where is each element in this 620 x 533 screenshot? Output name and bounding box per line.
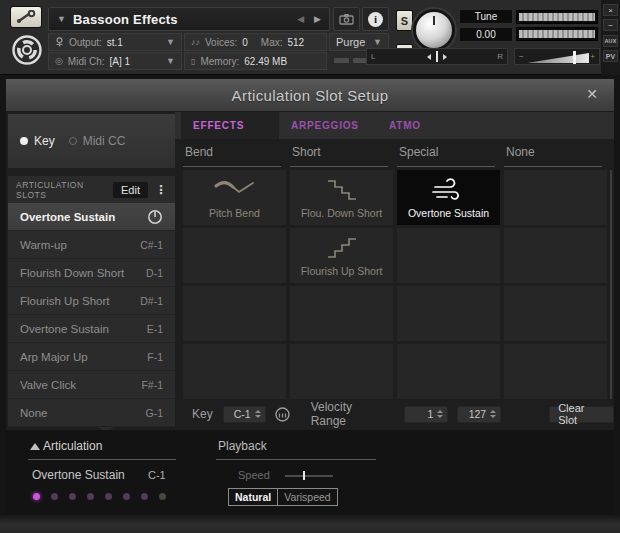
instrument-title-bar[interactable]: ▼ Bassoon Effects ◀ ▶ xyxy=(48,7,330,31)
pan-center-marker xyxy=(436,51,438,62)
volume-handle[interactable] xyxy=(573,51,576,64)
chevron-down-icon[interactable]: ▼ xyxy=(57,14,66,24)
midi-label: Midi Ch: xyxy=(68,56,105,67)
slot-dot[interactable] xyxy=(87,493,94,500)
slot-dot[interactable] xyxy=(69,493,76,500)
midi-value: [A] 1 xyxy=(110,56,131,67)
slot-dot[interactable] xyxy=(105,493,112,500)
articulation-cell-flou-down-short[interactable]: Flou. Down Short xyxy=(290,170,393,225)
clear-slot-button[interactable]: Clear Slot xyxy=(549,406,614,423)
slot-dot[interactable] xyxy=(141,493,148,500)
articulation-cell-flourish-up-short[interactable]: Flourish Up Short xyxy=(290,228,393,283)
stepper-arrows-icon[interactable] xyxy=(437,410,443,418)
velocity-min-stepper[interactable]: 1 xyxy=(404,406,448,423)
slot-dot[interactable] xyxy=(159,493,166,500)
slot-dots[interactable] xyxy=(33,493,166,500)
slot-row-none[interactable]: None G-1 xyxy=(8,399,175,427)
prev-instrument-icon[interactable]: ◀ xyxy=(297,14,304,24)
tab-arpeggios[interactable]: ARPEGGIOS xyxy=(279,112,377,139)
solo-button[interactable]: S xyxy=(396,10,413,31)
articulation-cell-empty[interactable] xyxy=(504,286,607,341)
slot-row-overtone-sustain-2[interactable]: Overtone Sustain E-1 xyxy=(8,315,175,343)
slot-key: C#-1 xyxy=(140,239,163,251)
slot-row-flourish-down-short[interactable]: Flourish Down Short D-1 xyxy=(8,259,175,287)
velocity-range-label: Velocity Range xyxy=(311,400,389,428)
articulation-cell-empty[interactable] xyxy=(183,286,286,341)
next-instrument-icon[interactable]: ▶ xyxy=(314,14,321,24)
panel-close-button[interactable]: ✕ xyxy=(586,86,598,102)
scrollbar[interactable] xyxy=(610,170,612,399)
memory-icon: ▯ xyxy=(191,57,195,66)
varispeed-button[interactable]: Varispeed xyxy=(278,489,337,505)
velocity-max-stepper[interactable]: 127 xyxy=(457,406,501,423)
category-tab-bar: EFFECTS ARPEGGIOS ATMO xyxy=(175,112,614,139)
slot-name: Flourish Down Short xyxy=(20,267,124,279)
tab-effects[interactable]: EFFECTS xyxy=(181,112,279,139)
articulation-cell-empty[interactable] xyxy=(504,228,607,283)
column-header-none: None xyxy=(504,145,602,167)
info-button[interactable]: i xyxy=(362,7,389,31)
slot-dot[interactable] xyxy=(33,493,40,500)
midi-channel-select[interactable]: ◎ Midi Ch: [A] 1 ▼ xyxy=(48,52,182,70)
output-select[interactable]: Output: st.1 ▼ xyxy=(48,33,182,51)
natural-button[interactable]: Natural xyxy=(229,489,278,505)
articulation-cell-empty[interactable] xyxy=(397,228,500,283)
max-value: 512 xyxy=(287,37,304,48)
key-stepper[interactable]: C-1 xyxy=(223,406,266,423)
articulation-cell-empty[interactable] xyxy=(183,228,286,283)
articulation-cell-empty[interactable] xyxy=(504,344,607,399)
slot-name: None xyxy=(20,407,48,419)
speed-slider-handle[interactable] xyxy=(303,471,305,480)
articulation-cell-overtone-sustain[interactable]: Overtone Sustain xyxy=(397,170,500,225)
slot-row-warm-up[interactable]: Warm-up C#-1 xyxy=(8,231,175,259)
slot-row-arp-major-up[interactable]: Arp Major Up F-1 xyxy=(8,343,175,371)
memory-label: Memory: xyxy=(200,56,239,67)
snapshot-button[interactable] xyxy=(333,7,360,31)
articulation-cell-empty[interactable] xyxy=(290,286,393,341)
volume-slider[interactable]: − + xyxy=(514,48,600,65)
articulation-cell-pitch-bend[interactable]: Pitch Bend xyxy=(183,170,286,225)
slot-name: Warm-up xyxy=(20,239,67,251)
collapse-panel-icon[interactable] xyxy=(30,443,40,450)
midi-cc-mode-radio[interactable]: Midi CC xyxy=(69,134,126,148)
slot-row-overtone-sustain[interactable]: Overtone Sustain xyxy=(8,203,175,231)
edit-slots-button[interactable]: Edit xyxy=(113,182,148,198)
radio-selected-icon xyxy=(20,137,28,145)
slot-row-flourish-up-short[interactable]: Flourish Up Short D#-1 xyxy=(8,287,175,315)
max-label: Max: xyxy=(261,37,283,48)
articulation-cell-empty[interactable] xyxy=(397,344,500,399)
pan-slider[interactable]: L R xyxy=(366,48,508,65)
performance-view-button[interactable]: PV xyxy=(603,50,618,62)
memory-value: 62.49 MB xyxy=(244,56,287,67)
slot-dot[interactable] xyxy=(51,493,58,500)
key-mode-radio[interactable]: Key xyxy=(20,134,55,148)
slot-key: G-1 xyxy=(145,407,163,419)
remove-instrument-button[interactable]: × xyxy=(603,4,618,16)
edit-instrument-button[interactable] xyxy=(10,6,42,28)
articulation-cell-empty[interactable] xyxy=(504,170,607,225)
speed-label: Speed xyxy=(238,469,270,481)
tab-atmo[interactable]: ATMO xyxy=(377,112,457,139)
tune-value[interactable]: 0.00 xyxy=(459,27,513,42)
speed-slider[interactable] xyxy=(285,475,333,477)
tune-knob[interactable] xyxy=(413,9,455,51)
minimize-instrument-button[interactable]: − xyxy=(603,19,618,31)
midi-learn-button[interactable] xyxy=(274,406,291,423)
articulation-cell-empty[interactable] xyxy=(397,286,500,341)
level-meter-left xyxy=(516,10,598,24)
cell-label: Flou. Down Short xyxy=(301,207,382,219)
stepper-arrows-icon[interactable] xyxy=(490,410,496,418)
slot-dot[interactable] xyxy=(123,493,130,500)
slot-row-valve-click[interactable]: Valve Click F#-1 xyxy=(8,371,175,399)
aux-button[interactable]: AUX xyxy=(603,35,618,47)
key-value: C-1 xyxy=(234,408,251,420)
articulation-cell-empty[interactable] xyxy=(290,344,393,399)
articulation-cell-empty[interactable] xyxy=(183,344,286,399)
stepper-arrows-icon[interactable] xyxy=(255,410,261,418)
kebab-menu-icon[interactable]: ⋮ xyxy=(155,183,167,197)
slot-name: Overtone Sustain xyxy=(20,211,115,223)
rack-header: ▼ Bassoon Effects ◀ ▶ i Output: st.1 xyxy=(0,0,620,75)
volume-plus-label: + xyxy=(590,52,595,61)
memory-readout: ▯ Memory: 62.49 MB xyxy=(184,52,327,70)
pan-marker-right-icon xyxy=(443,54,447,60)
